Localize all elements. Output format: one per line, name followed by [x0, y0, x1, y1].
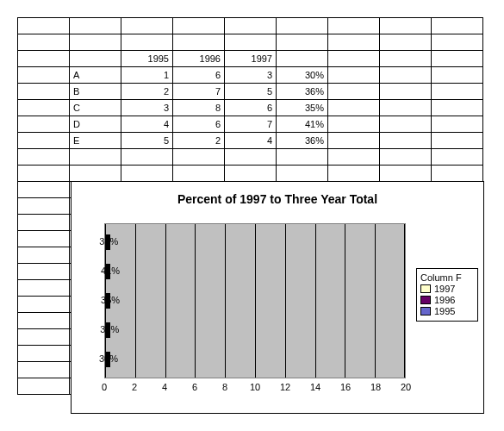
data-label: 30%	[99, 353, 118, 364]
x-tick: 18	[370, 382, 381, 392]
x-tick: 8	[222, 382, 227, 392]
legend-swatch-icon	[420, 296, 431, 304]
x-tick: 16	[340, 382, 351, 392]
col-header[interactable]: 1997	[225, 51, 277, 67]
x-tick: 12	[280, 382, 290, 392]
plot-area: 36% 41% 35% 36%	[104, 223, 406, 378]
legend-label: 1995	[434, 306, 455, 316]
legend-label: 1996	[434, 295, 455, 305]
row-label[interactable]: B	[70, 84, 121, 100]
chart-legend: Column F 1997 1996 1995	[416, 268, 478, 322]
spreadsheet-area: 1995 1996 1997 A 1 6 3 30% B 2 7 5 36% C	[17, 17, 487, 414]
col-header[interactable]: 1996	[173, 51, 225, 67]
data-label: 35%	[101, 295, 120, 305]
chart-object[interactable]: Percent of 1997 to Three Year Total E D …	[71, 181, 484, 414]
cell[interactable]: 4	[121, 116, 173, 133]
data-label: 41%	[101, 265, 120, 276]
cell[interactable]: 6	[173, 67, 225, 84]
data-label: 36%	[99, 236, 118, 247]
cell[interactable]: 35%	[277, 100, 328, 116]
cell[interactable]: 6	[225, 100, 277, 116]
cell[interactable]: 41%	[277, 116, 328, 133]
x-tick: 20	[401, 382, 411, 392]
x-tick: 6	[192, 382, 197, 392]
legend-title: Column F	[420, 272, 474, 283]
cell[interactable]: 5	[225, 84, 277, 100]
cell[interactable]: 6	[173, 116, 225, 133]
cell[interactable]: 2	[121, 84, 173, 100]
data-label: 36%	[100, 324, 119, 334]
cell[interactable]: 36%	[277, 133, 328, 149]
cell[interactable]: 36%	[277, 84, 328, 100]
x-tick: 4	[162, 382, 167, 392]
legend-swatch-icon	[420, 284, 431, 293]
cell[interactable]: 30%	[277, 67, 328, 84]
row-label[interactable]: C	[70, 100, 121, 116]
cell[interactable]: 7	[173, 84, 225, 100]
cell[interactable]: 1	[121, 67, 173, 84]
chart-title: Percent of 1997 to Three Year Total	[72, 192, 483, 206]
cell[interactable]: 2	[173, 133, 225, 149]
cell[interactable]: 8	[173, 100, 225, 116]
row-label[interactable]: D	[70, 116, 121, 133]
x-tick: 2	[132, 382, 137, 392]
cell[interactable]: 3	[121, 100, 173, 116]
legend-label: 1997	[434, 284, 455, 294]
row-label[interactable]: E	[70, 133, 121, 149]
col-header[interactable]: 1995	[121, 51, 173, 67]
cell[interactable]: 4	[225, 133, 277, 149]
x-tick: 10	[250, 382, 260, 392]
cell[interactable]: 5	[121, 133, 173, 149]
row-label[interactable]: A	[70, 67, 121, 84]
legend-swatch-icon	[420, 307, 431, 315]
cell[interactable]: 3	[225, 67, 277, 84]
cell[interactable]: 7	[225, 116, 277, 133]
x-tick: 0	[102, 382, 107, 392]
x-tick: 14	[310, 382, 320, 392]
